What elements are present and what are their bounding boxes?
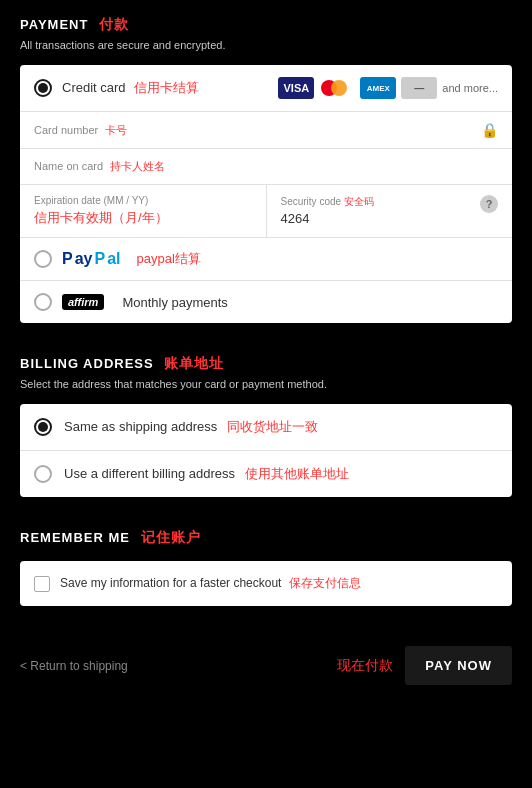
expiry-label: Expiration date (MM / YY) xyxy=(34,195,252,206)
card-icons: VISA AMEX — and more... xyxy=(278,77,498,99)
same-as-shipping-option[interactable]: Same as shipping address 同收货地址一致 xyxy=(20,404,512,451)
affirm-radio[interactable] xyxy=(34,293,52,311)
billing-title: BILLING ADDRESS 账单地址 xyxy=(20,355,512,373)
other-card-icon: — xyxy=(401,77,437,99)
expiry-field[interactable]: Expiration date (MM / YY) 信用卡有效期（月/年） xyxy=(20,185,267,237)
affirm-icon: affirm xyxy=(62,294,104,310)
payment-subtitle: All transactions are secure and encrypte… xyxy=(20,39,512,51)
different-billing-radio[interactable] xyxy=(34,465,52,483)
affirm-label: Monthly payments xyxy=(122,295,228,310)
save-info-checkbox[interactable] xyxy=(34,576,50,592)
visa-icon: VISA xyxy=(278,77,314,99)
security-value: 4264 xyxy=(281,211,374,226)
card-number-field[interactable]: Card number 卡号 🔒 xyxy=(20,112,512,149)
paypal-radio[interactable] xyxy=(34,250,52,268)
card-number-label: Card number 卡号 xyxy=(34,123,127,138)
payment-title: PAYMENT 付款 xyxy=(20,16,512,34)
paypal-logo: P ay P al xyxy=(62,250,120,268)
amex-icon: AMEX xyxy=(360,77,396,99)
remember-me-panel: Save my information for a faster checkou… xyxy=(20,561,512,606)
name-on-card-label: Name on card 持卡人姓名 xyxy=(34,159,165,174)
paypal-icon: P xyxy=(62,250,73,268)
different-billing-label: Use a different billing address 使用其他账单地址 xyxy=(64,465,349,483)
save-info-label: Save my information for a faster checkou… xyxy=(60,575,361,592)
affirm-option[interactable]: affirm Monthly payments xyxy=(20,281,512,323)
security-label: Security code 安全码 xyxy=(281,195,374,209)
same-as-shipping-label: Same as shipping address 同收货地址一致 xyxy=(64,418,318,436)
remember-me-section: REMEMBER ME 记住账户 Save my information for… xyxy=(0,513,532,622)
credit-card-label: Credit card 信用卡结算 xyxy=(62,79,199,97)
help-icon[interactable]: ? xyxy=(480,195,498,213)
remember-me-row: Save my information for a faster checkou… xyxy=(20,561,512,606)
pay-now-zh: 现在付款 xyxy=(337,657,393,675)
paypal-option[interactable]: P ay P al paypal结算 xyxy=(20,238,512,281)
different-billing-option[interactable]: Use a different billing address 使用其他账单地址 xyxy=(20,451,512,497)
credit-card-option[interactable]: Credit card 信用卡结算 VISA AMEX — and more..… xyxy=(20,65,512,112)
name-on-card-field[interactable]: Name on card 持卡人姓名 xyxy=(20,149,512,185)
footer-right: 现在付款 PAY NOW xyxy=(337,646,512,685)
lock-icon: 🔒 xyxy=(481,122,498,138)
security-field[interactable]: Security code 安全码 4264 ? xyxy=(267,185,513,237)
payment-panel: Credit card 信用卡结算 VISA AMEX — and more..… xyxy=(20,65,512,323)
billing-subtitle: Select the address that matches your car… xyxy=(20,378,512,390)
expiry-zh: 信用卡有效期（月/年） xyxy=(34,209,252,227)
credit-card-form: Card number 卡号 🔒 Name on card 持卡人姓名 Expi… xyxy=(20,112,512,238)
return-to-shipping-link[interactable]: < Return to shipping xyxy=(20,659,128,673)
billing-section: BILLING ADDRESS 账单地址 Select the address … xyxy=(0,339,532,513)
mastercard-icon xyxy=(319,77,355,99)
and-more-text: and more... xyxy=(442,82,498,94)
remember-me-title: REMEMBER ME 记住账户 xyxy=(20,529,512,547)
credit-card-radio[interactable] xyxy=(34,79,52,97)
expiry-security-row: Expiration date (MM / YY) 信用卡有效期（月/年） Se… xyxy=(20,185,512,238)
footer: < Return to shipping 现在付款 PAY NOW xyxy=(0,630,532,701)
pay-now-button[interactable]: PAY NOW xyxy=(405,646,512,685)
paypal-label: paypal结算 xyxy=(136,250,200,268)
same-as-shipping-radio[interactable] xyxy=(34,418,52,436)
billing-panel: Same as shipping address 同收货地址一致 Use a d… xyxy=(20,404,512,497)
payment-section: PAYMENT 付款 All transactions are secure a… xyxy=(0,0,532,339)
